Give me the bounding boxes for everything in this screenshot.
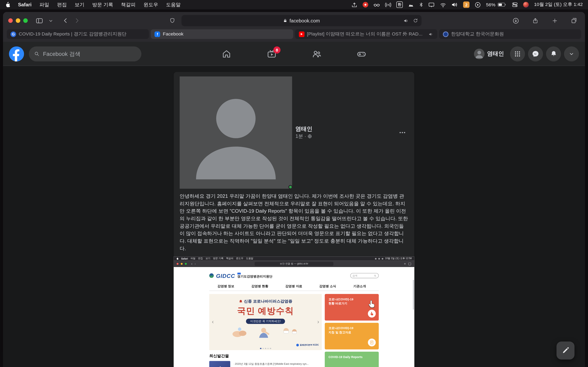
news-label-box: 감염병소식 xyxy=(209,361,230,367)
address-bar[interactable]: facebook.com xyxy=(182,15,422,26)
sidebar-toggle-button[interactable] xyxy=(34,15,45,26)
menu-file[interactable]: 파일 xyxy=(39,1,49,8)
facebook-search[interactable] xyxy=(29,46,141,61)
new-tab-icon[interactable] xyxy=(549,15,560,26)
gaming-tab-icon[interactable] xyxy=(353,46,370,62)
account-menu-button[interactable] xyxy=(564,46,579,61)
red-app-icon[interactable] xyxy=(363,2,368,8)
embed-nav-about: 기관소개 xyxy=(353,284,366,289)
play-circle-icon[interactable] xyxy=(475,1,481,8)
tab-covid-reports[interactable]: G COVID-19 Daily Reports | 경기도 감염병관리지원단 xyxy=(7,29,149,39)
back-button[interactable] xyxy=(60,15,71,26)
tab-group-chevron-icon[interactable] xyxy=(45,15,56,26)
globe-privacy-icon xyxy=(307,134,312,139)
mountains-icon[interactable] xyxy=(408,1,414,8)
news-item: 2020년 3월 12일 중동호흡기증후군(Middle East respir… xyxy=(233,362,321,366)
search-input[interactable] xyxy=(43,50,136,57)
apple-menu-icon[interactable] xyxy=(5,1,10,8)
menu-view[interactable]: 보기 xyxy=(75,1,85,8)
share-icon[interactable] xyxy=(529,15,541,26)
control-center-icon[interactable] xyxy=(512,1,518,8)
downloads-icon[interactable] xyxy=(510,15,521,26)
embed-menu-item: 파일 xyxy=(190,257,195,260)
embed-menu-item: 편집 xyxy=(198,257,203,260)
privacy-shield-icon[interactable] xyxy=(167,15,178,26)
quick-link-daily-reports: COVID-19 Daily Reports xyxy=(325,352,379,367)
glasses-icon[interactable] xyxy=(374,1,380,8)
embed-menubar-app: Safari xyxy=(181,257,188,260)
tab-speaker-icon[interactable] xyxy=(429,32,433,36)
bluetooth-icon[interactable] xyxy=(419,1,423,8)
banner-subtitle: 이것만은 꼭 기억하세요! xyxy=(246,319,285,324)
embed-menu-item: 도움말 xyxy=(246,257,253,260)
embed-menu-bar: Safari 파일 편집 보기 방문 기록 책갈피 윈도우 도움말 xyxy=(173,257,414,261)
tab-youtube-playlist[interactable]: [Playlist] 이맘때면 떠오르는 너의 이름은 OST 外 RAD... xyxy=(295,29,437,39)
quick-link-covid-status: 코로나(COVID)-19 현황 바로가기 xyxy=(325,294,379,320)
battery-percent: 56% xyxy=(486,2,495,7)
post-image[interactable]: Safari 파일 편집 보기 방문 기록 책갈피 윈도우 도움말 xyxy=(173,257,414,367)
orange-counter-badge[interactable]: 2 xyxy=(463,1,469,8)
embed-nav-materials: 감염병 자료 xyxy=(285,284,302,289)
post-author-name[interactable]: 염태인 xyxy=(295,125,312,132)
home-tab-icon[interactable] xyxy=(218,46,235,62)
profile-chip[interactable]: 염태인 xyxy=(473,47,507,60)
tab-facebook[interactable]: f Facebook xyxy=(151,29,293,39)
post-header: 염태인 1분 · xyxy=(173,72,414,191)
messenger-button[interactable] xyxy=(528,46,543,61)
avatar xyxy=(474,49,484,59)
desktop: Safari 파일 편집 보기 방문 기록 책갈피 윈도우 도움말 한 xyxy=(0,0,588,367)
quick-links-column: 코로나(COVID)-19 현황 바로가기 코로나(COVID)-19 지침 및… xyxy=(325,294,379,367)
post-time[interactable]: 1분 · xyxy=(295,133,306,140)
document-icon xyxy=(370,341,374,345)
address-text: facebook.com xyxy=(290,18,320,24)
embed-gidcc-site: GIDCC 경기도감염병관리지원단 검색 xyxy=(173,267,414,367)
forward-button[interactable] xyxy=(71,15,82,26)
compose-fab-button[interactable] xyxy=(557,342,575,359)
embed-site-header: GIDCC 경기도감염병관리지원단 검색 xyxy=(209,267,379,282)
apps-menu-button[interactable] xyxy=(510,46,525,61)
tab-overview-icon[interactable] xyxy=(568,15,580,26)
embed-search-icon xyxy=(374,274,376,277)
facebook-logo[interactable] xyxy=(9,46,24,61)
org-name: 경기도감염병관리지원단 xyxy=(237,275,272,278)
menu-bookmarks[interactable]: 책갈피 xyxy=(121,1,136,8)
zoom-window-button[interactable] xyxy=(23,18,28,23)
post-options-button[interactable] xyxy=(396,127,408,139)
menubar-app-name[interactable]: Safari xyxy=(18,2,31,8)
minimize-window-button[interactable] xyxy=(16,18,20,23)
reload-icon[interactable] xyxy=(413,18,418,23)
post-author-avatar[interactable] xyxy=(180,76,292,189)
menu-edit[interactable]: 편집 xyxy=(57,1,67,8)
battery-icon xyxy=(497,2,507,7)
upload-tray-icon[interactable] xyxy=(351,1,357,8)
cursor-hand-icon xyxy=(368,300,375,308)
window-controls xyxy=(8,18,28,23)
tab-bar: G COVID-19 Daily Reports | 경기도 감염병관리지원단 … xyxy=(3,29,585,42)
close-window-button[interactable] xyxy=(8,18,13,23)
tab-hanyang[interactable]: 한양대학교 한국어문화원 xyxy=(439,29,581,39)
volume-icon[interactable] xyxy=(452,1,458,8)
facebook-favicon: f xyxy=(155,31,160,37)
wireless-broadcast-icon[interactable] xyxy=(385,1,391,8)
menubar-datetime[interactable]: 10월 2일 (토) 오후 1:42 xyxy=(534,1,583,8)
colored-orb-icon[interactable] xyxy=(523,2,529,8)
gidcc-logo: GIDCC 경기도감염병관리지원단 xyxy=(209,272,272,279)
groups-tab-icon[interactable] xyxy=(308,46,325,62)
battery-status[interactable]: 56% xyxy=(486,2,507,7)
menu-window[interactable]: 윈도우 xyxy=(144,1,158,8)
tab-audio-icon[interactable] xyxy=(403,18,409,23)
menu-history[interactable]: 방문 기록 xyxy=(92,1,113,8)
notifications-button[interactable] xyxy=(546,46,561,61)
menu-help[interactable]: 도움말 xyxy=(166,1,181,8)
alert-bell-icon xyxy=(239,300,242,303)
gidcc-favicon: G xyxy=(10,31,16,37)
post-card: 염태인 1분 · 안녕하세요 경기 2021 우리말 가꿈이 한양대 염태인 입… xyxy=(173,72,414,367)
watch-tab-icon[interactable]: 8 xyxy=(263,46,280,62)
wifi-icon[interactable] xyxy=(440,1,446,8)
banner-illustrations xyxy=(209,326,322,339)
display-icon[interactable] xyxy=(428,1,435,8)
korean-input-indicator[interactable]: 한 xyxy=(397,1,403,8)
embed-scrollbar xyxy=(413,280,414,310)
carousel-prev-icon: ‹ xyxy=(212,319,214,324)
hanyang-favicon xyxy=(443,31,449,37)
